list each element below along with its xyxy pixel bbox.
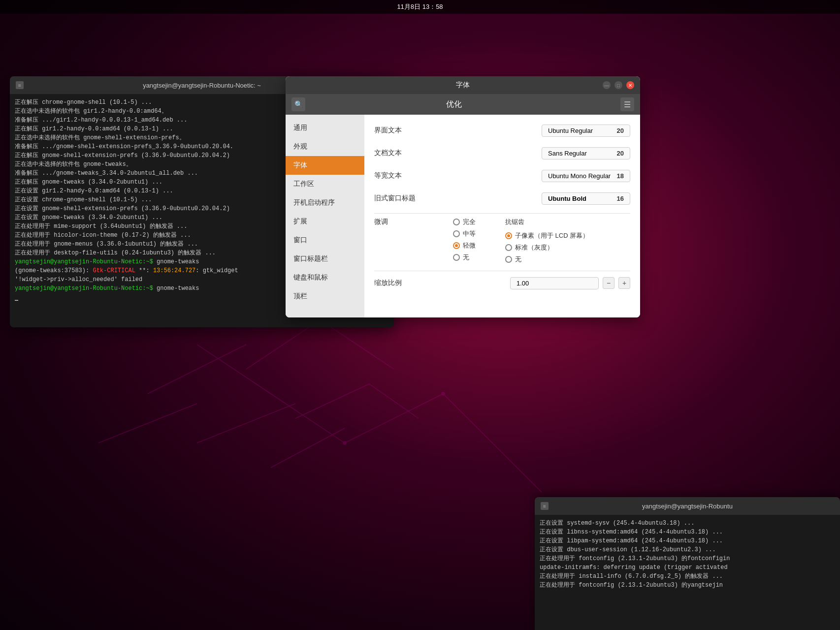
terminal2-line-5: update-initramfs: deferring update (trig… <box>540 563 835 572</box>
tweaks-scale-row: 1.00 − + <box>510 277 630 289</box>
top-bar: 11月8日 13：58 <box>0 0 840 14</box>
tweaks-label-monospace: 等宽文本 <box>374 171 453 180</box>
tweaks-font-monospace-btn[interactable]: Ubuntu Mono Regular 18 <box>542 170 630 182</box>
tweaks-main: 界面文本 Ubuntu Regular 20 文档文本 Sans Regular… <box>364 115 640 317</box>
tweaks-aa-none[interactable]: 无 <box>505 255 589 264</box>
terminal2-line-6: 正在处理用于 install-info (6.7.0.dfsg.2_5) 的触发… <box>540 572 835 581</box>
tweaks-label-legacy: 旧式窗口标题 <box>374 194 453 203</box>
tweaks-value-monospace: Ubuntu Mono Regular 18 <box>453 170 630 182</box>
tweaks-aa-label: 抗锯齿 <box>505 218 589 226</box>
tweaks-sidebar-item-3[interactable]: 工作区 <box>286 175 364 193</box>
tweaks-aa-subpixel[interactable]: 子像素（用于 LCD 屏幕） <box>505 231 589 240</box>
tweaks-value-interface: Ubuntu Regular 20 <box>453 125 630 137</box>
terminal2-line-2: 正在设置 libpam-systemd:amd64 (245.4-4ubuntu… <box>540 536 835 545</box>
tweaks-sidebar-item-4[interactable]: 开机启动程序 <box>286 193 364 212</box>
tweaks-aa-section: 抗锯齿 子像素（用于 LCD 屏幕） 标准（灰度） <box>505 218 589 264</box>
tweaks-sidebar-item-0[interactable]: 通用 <box>286 119 364 137</box>
terminal2-line-0: 正在设置 systemd-sysv (245.4-4ubuntu3.18) ..… <box>540 519 835 528</box>
tweaks-hinting-full[interactable]: 完全 <box>453 218 476 226</box>
tweaks-scaling-value: 1.00 − + <box>453 277 630 289</box>
tweaks-scale-plus[interactable]: + <box>618 277 630 289</box>
tweaks-sidebar-item-2[interactable]: 字体 <box>286 156 364 175</box>
tweaks-label-interface: 界面文本 <box>374 126 453 135</box>
tweaks-font-interface-name: Ubuntu Regular <box>548 127 593 134</box>
tweaks-sidebar-item-9[interactable]: 顶栏 <box>286 287 364 306</box>
terminal-icon-2: ≡ <box>541 502 549 510</box>
tweaks-sidebar-item-8[interactable]: 键盘和鼠标 <box>286 268 364 287</box>
tweaks-aa-standard-label: 标准（灰度） <box>515 243 553 252</box>
tweaks-font-legacy-size: 16 <box>617 195 624 202</box>
tweaks-minimize-btn[interactable]: — <box>603 81 611 89</box>
tweaks-hinting-slight-radio[interactable] <box>453 242 460 249</box>
tweaks-sidebar-item-6[interactable]: 窗口 <box>286 231 364 250</box>
tweaks-font-legacy-btn[interactable]: Ubuntu Bold 16 <box>542 192 630 205</box>
tweaks-font-interface-size: 20 <box>617 127 624 134</box>
tweaks-font-document-name: Sans Regular <box>548 150 587 157</box>
tweaks-content: 通用外观字体工作区开机启动程序扩展窗口窗口标题栏键盘和鼠标顶栏 界面文本 Ubu… <box>286 115 640 317</box>
tweaks-aa-none-label: 无 <box>515 255 521 264</box>
tweaks-sidebar-item-1[interactable]: 外观 <box>286 137 364 156</box>
tweaks-value-document: Sans Regular 20 <box>453 147 630 159</box>
terminal-controls-2: ≡ <box>541 502 549 510</box>
tweaks-hinting-full-radio[interactable] <box>453 219 460 225</box>
tweaks-scaling-label: 缩放比例 <box>374 279 453 287</box>
tweaks-divider-2 <box>374 271 630 271</box>
tweaks-scale-minus[interactable]: − <box>603 277 614 289</box>
tweaks-menu-button[interactable]: ☰ <box>620 97 634 111</box>
tweaks-close-btn[interactable]: ✕ <box>626 81 634 89</box>
terminal2-line-4: 正在处理用于 fontconfig (2.13.1-2ubuntu3) 的fon… <box>540 554 835 563</box>
tweaks-hinting-medium[interactable]: 中等 <box>453 229 476 238</box>
tweaks-titlebar-buttons: — □ ✕ <box>603 81 634 89</box>
tweaks-sidebar-item-7[interactable]: 窗口标题栏 <box>286 250 364 268</box>
tweaks-titlebar: 字体 — □ ✕ <box>286 76 640 94</box>
terminal-titlebar-2: ≡ yangtsejin@yangtsejin-Robuntu <box>535 497 840 515</box>
terminal-window-2: ≡ yangtsejin@yangtsejin-Robuntu 正在设置 sys… <box>535 497 840 630</box>
tweaks-window: 字体 — □ ✕ 🔍 优化 ☰ 通用外观字体工作区开机启动程序扩展窗口窗口标题栏… <box>286 76 640 317</box>
tweaks-row-monospace-text: 等宽文本 Ubuntu Mono Regular 18 <box>374 168 630 184</box>
tweaks-font-monospace-name: Ubuntu Mono Regular <box>548 172 611 180</box>
tweaks-row-hinting: 微调 完全 中等 轻微 <box>374 218 630 264</box>
tweaks-window-title: 字体 <box>456 81 470 90</box>
terminal-controls-1: ≡ <box>16 81 24 89</box>
tweaks-hinting-none-radio[interactable] <box>453 254 460 261</box>
tweaks-header-title: 优化 <box>291 99 616 110</box>
tweaks-header: 🔍 优化 ☰ <box>286 94 640 115</box>
tweaks-label-document: 文档文本 <box>374 149 453 158</box>
tweaks-row-scaling: 缩放比例 1.00 − + <box>374 275 630 291</box>
terminal-body-2[interactable]: 正在设置 systemd-sysv (245.4-4ubuntu3.18) ..… <box>535 515 840 630</box>
tweaks-row-interface-text: 界面文本 Ubuntu Regular 20 <box>374 123 630 138</box>
terminal-title-1: yangtsejin@yangtsejin-Robuntu-Noetic: ~ <box>143 82 261 89</box>
tweaks-font-interface-btn[interactable]: Ubuntu Regular 20 <box>542 125 630 137</box>
tweaks-sidebar: 通用外观字体工作区开机启动程序扩展窗口窗口标题栏键盘和鼠标顶栏 <box>286 115 364 317</box>
top-bar-datetime: 11月8日 13：58 <box>397 2 443 11</box>
tweaks-hinting-none-label: 无 <box>463 253 469 262</box>
tweaks-hinting-medium-label: 中等 <box>463 229 476 238</box>
tweaks-value-legacy: Ubuntu Bold 16 <box>453 192 630 205</box>
tweaks-hinting-slight[interactable]: 轻微 <box>453 241 476 250</box>
tweaks-aa-standard-radio[interactable] <box>505 244 512 251</box>
tweaks-sidebar-item-5[interactable]: 扩展 <box>286 212 364 231</box>
terminal2-line-7: 正在处理用于 fontconfig (2.13.1-2ubuntu3) 的yan… <box>540 581 835 590</box>
tweaks-aa-radios: 子像素（用于 LCD 屏幕） 标准（灰度） 无 <box>505 231 589 264</box>
tweaks-aa-subpixel-radio[interactable] <box>505 232 512 239</box>
tweaks-hinting-medium-radio[interactable] <box>453 230 460 237</box>
tweaks-row-document-text: 文档文本 Sans Regular 20 <box>374 145 630 161</box>
tweaks-hinting-label: 微调 <box>374 218 453 226</box>
tweaks-hinting-radios: 完全 中等 轻微 无 <box>453 218 476 264</box>
terminal2-line-3: 正在设置 dbus-user-session (1.12.16-2ubuntu2… <box>540 545 835 554</box>
tweaks-divider-1 <box>374 213 630 214</box>
tweaks-hinting-full-label: 完全 <box>463 218 476 226</box>
tweaks-font-monospace-size: 18 <box>617 172 624 180</box>
tweaks-aa-standard[interactable]: 标准（灰度） <box>505 243 589 252</box>
tweaks-aa-subpixel-label: 子像素（用于 LCD 屏幕） <box>515 231 589 240</box>
tweaks-font-legacy-name: Ubuntu Bold <box>548 195 586 202</box>
tweaks-maximize-btn[interactable]: □ <box>614 81 622 89</box>
tweaks-hinting-slight-label: 轻微 <box>463 241 476 250</box>
tweaks-hinting-none[interactable]: 无 <box>453 253 476 262</box>
terminal-title-2: yangtsejin@yangtsejin-Robuntu <box>642 503 733 510</box>
tweaks-font-document-btn[interactable]: Sans Regular 20 <box>542 147 630 159</box>
tweaks-aa-none-radio[interactable] <box>505 256 512 263</box>
tweaks-scale-input[interactable]: 1.00 <box>510 277 599 289</box>
tweaks-row-legacy-title: 旧式窗口标题 Ubuntu Bold 16 <box>374 190 630 206</box>
tweaks-font-document-size: 20 <box>617 150 624 157</box>
